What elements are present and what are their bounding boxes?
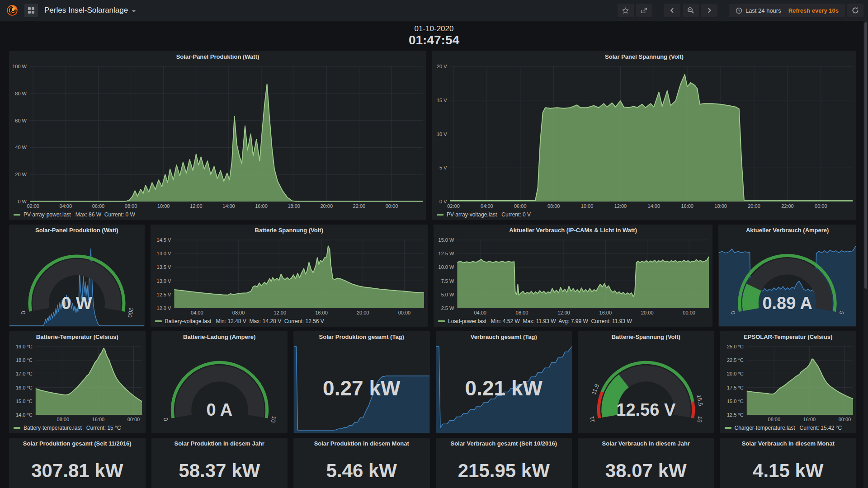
panel-title[interactable]: EPSOLAR-Temperatur (Celsius) xyxy=(720,331,857,343)
grafana-logo[interactable] xyxy=(5,3,20,18)
panel-solar-produktion-gauge: Solar-Panel Produktion (Watt) 0200 0 W xyxy=(9,225,145,327)
svg-text:11: 11 xyxy=(588,416,596,423)
panel-batterie-spannung-gauge: Batterie-Spannung (Volt) 1111.815.516 12… xyxy=(578,331,714,433)
svg-text:10.0 W: 10.0 W xyxy=(439,264,454,270)
panel-title[interactable]: Batterie-Ladung (Ampere) xyxy=(151,331,288,343)
svg-text:14:00: 14:00 xyxy=(222,203,235,209)
legend-series-name[interactable]: PV-array-voltage.last xyxy=(447,211,497,218)
svg-text:00:00: 00:00 xyxy=(398,310,410,315)
svg-text:5: 5 xyxy=(838,310,845,315)
panel-aktueller-verbrauch-ampere: Aktueller Verbrauch (Ampere) 05 0.89 A xyxy=(718,225,856,327)
panel-title[interactable]: Solar Verbrauch gesamt (Seit 10/2016) xyxy=(436,438,572,450)
stat-value: 58.37 kW xyxy=(151,450,288,488)
svg-text:04:00: 04:00 xyxy=(481,203,493,209)
svg-text:12:00: 12:00 xyxy=(274,310,286,315)
svg-text:16: 16 xyxy=(696,416,704,423)
svg-text:00:00: 00:00 xyxy=(683,310,695,315)
svg-text:5.0 W: 5.0 W xyxy=(441,292,454,297)
svg-text:10 V: 10 V xyxy=(437,131,447,137)
svg-text:16:00: 16:00 xyxy=(681,203,693,209)
refresh-button[interactable] xyxy=(847,4,863,17)
svg-text:13.0 V: 13.0 V xyxy=(156,278,171,284)
svg-text:10:00: 10:00 xyxy=(581,203,594,209)
panel-title[interactable]: Batterie-Temperatur (Celsius) xyxy=(9,331,146,343)
svg-text:14.0 V: 14.0 V xyxy=(156,251,171,256)
svg-text:11.8: 11.8 xyxy=(590,383,600,396)
time-shift-back-button[interactable] xyxy=(664,4,680,17)
time-shift-forward-button[interactable] xyxy=(701,4,717,17)
panel-title[interactable]: Solar-Panel Produktion (Watt) xyxy=(9,225,145,236)
panel-title[interactable]: Solar Produktion in diesem Jahr xyxy=(151,438,288,450)
legend-series-stats: Min: 12.48 V Max: 14.28 V Current: 12.56… xyxy=(216,318,324,324)
share-icon xyxy=(640,7,648,14)
panel-title[interactable]: Batterie Spannung (Volt) xyxy=(151,225,428,236)
svg-text:16:00: 16:00 xyxy=(255,203,268,209)
panel-title[interactable]: Verbrauch gesamt (Tag) xyxy=(436,331,572,343)
time-range-picker[interactable]: Last 24 hours Refresh every 10s xyxy=(729,4,845,17)
svg-text:14.0 °C: 14.0 °C xyxy=(16,412,33,418)
star-dashboard-button[interactable] xyxy=(618,4,634,17)
svg-text:18.0 °C: 18.0 °C xyxy=(16,357,33,363)
panel-batterie-ladung-gauge: Batterie-Ladung (Ampere) 010 0 A xyxy=(151,331,288,433)
panel-title[interactable]: Solar Produktion in diesem Monat xyxy=(293,438,430,450)
timeseries-chart[interactable]: 14.0 °C15.0 °C16.0 °C17.0 °C18.0 °C19.0 … xyxy=(9,343,146,423)
panel-solar-produktion-watt: Solar-Panel Produktion (Watt) 0 W20 W40 … xyxy=(9,51,426,220)
legend-series-stats: Current: 0 V xyxy=(501,211,531,218)
svg-text:15.5: 15.5 xyxy=(696,394,704,407)
timeseries-chart[interactable]: 2.5 W5.0 W7.5 W10.0 W12.5 W15.0 W04:0008… xyxy=(434,236,712,317)
svg-text:12.5 °C: 12.5 °C xyxy=(726,412,743,418)
dashboard-picker-button[interactable] xyxy=(24,4,38,17)
svg-text:20:00: 20:00 xyxy=(320,203,333,209)
svg-text:22.5 °C: 22.5 °C xyxy=(726,357,743,363)
svg-text:00:00: 00:00 xyxy=(838,417,851,422)
panel-title[interactable]: Batterie-Spannung (Volt) xyxy=(578,331,714,343)
panel-produktion-monat: Solar Produktion in diesem Monat 5.46 kW xyxy=(293,438,430,488)
zoom-out-button[interactable] xyxy=(683,4,699,17)
clock-panel: 01-10-2020 01:47:54 xyxy=(0,21,868,51)
legend-series-stats: Current: 15 °C xyxy=(86,425,121,431)
timeseries-chart[interactable]: 12.5 °C15.0 °C17.5 °C20.0 °C22.5 °C25.0 … xyxy=(720,343,857,423)
svg-text:16:00: 16:00 xyxy=(315,310,328,315)
svg-text:0 V: 0 V xyxy=(439,199,447,204)
panel-title[interactable]: Aktueller Verbrauch (IP-CAMs & Licht in … xyxy=(434,225,712,236)
dashboard-grid: Solar-Panel Produktion (Watt) 0 W20 W40 … xyxy=(9,51,856,488)
svg-text:0 W: 0 W xyxy=(18,199,27,204)
panel-title[interactable]: Solar Verbrauch in diesem Monat xyxy=(720,438,857,450)
chart-legend: PV-array-voltage.last Current: 0 V xyxy=(432,210,856,220)
svg-text:00:00: 00:00 xyxy=(127,417,140,422)
stat-sparkline xyxy=(436,343,572,433)
scrollbar-thumb[interactable] xyxy=(864,22,867,289)
svg-text:16.0 °C: 16.0 °C xyxy=(16,385,33,390)
panel-title[interactable]: Solar Produktion gesamt (Seit 11/2016) xyxy=(9,438,146,450)
svg-text:22:00: 22:00 xyxy=(353,203,366,209)
share-dashboard-button[interactable] xyxy=(636,4,652,17)
svg-text:08:00: 08:00 xyxy=(232,310,245,315)
legend-series-stats: Min: 4.52 W Max: 11.93 W Avg: 7.99 W Cur… xyxy=(491,318,632,324)
clock-date: 01-10-2020 xyxy=(415,24,454,33)
svg-text:04:00: 04:00 xyxy=(474,310,486,315)
panel-title[interactable]: Solar Verbrauch in diesem Jahr xyxy=(578,438,714,450)
timeseries-chart[interactable]: 0 V5 V10 V15 V20 V02:0004:0006:0008:0010… xyxy=(432,63,856,210)
svg-text:18:00: 18:00 xyxy=(714,203,727,209)
panel-title[interactable]: Solar Produktion gesamt (Tag) xyxy=(293,331,430,343)
legend-series-name[interactable]: Load-power.last xyxy=(448,318,486,324)
timeseries-chart[interactable]: 12.0 V12.5 V13.0 V13.5 V14.0 V14.5 V04:0… xyxy=(151,236,428,317)
svg-text:200: 200 xyxy=(126,307,135,318)
panel-title[interactable]: Solar Panel Spannung (Volt) xyxy=(432,51,856,63)
dashboard-title-dropdown[interactable]: Perles Insel-Solaranlage xyxy=(44,6,136,15)
legend-series-name[interactable]: PV-array-power.last xyxy=(24,211,71,218)
svg-text:17.5 °C: 17.5 °C xyxy=(726,385,743,390)
panel-title[interactable]: Solar-Panel Produktion (Watt) xyxy=(9,51,426,63)
legend-swatch xyxy=(14,427,20,429)
page-scrollbar xyxy=(863,21,868,488)
legend-series-name[interactable]: Battery-voltage.last xyxy=(165,318,212,324)
panel-produktion-jahr: Solar Produktion in diesem Jahr 58.37 kW xyxy=(151,438,288,488)
svg-text:5 V: 5 V xyxy=(439,165,447,170)
timeseries-chart[interactable]: 0 W20 W40 W60 W80 W100 W02:0004:0006:000… xyxy=(9,63,426,210)
panel-solar-produktion-tag: Solar Produktion gesamt (Tag) 0.27 kW xyxy=(293,331,430,433)
legend-series-name[interactable]: Battery-temperature.last xyxy=(24,425,82,431)
svg-text:08:00: 08:00 xyxy=(547,203,560,209)
stat-value: 4.15 kW xyxy=(720,450,857,488)
legend-series-name[interactable]: Charger-temperature.last xyxy=(735,425,795,431)
panel-title[interactable]: Aktueller Verbrauch (Ampere) xyxy=(718,225,856,236)
